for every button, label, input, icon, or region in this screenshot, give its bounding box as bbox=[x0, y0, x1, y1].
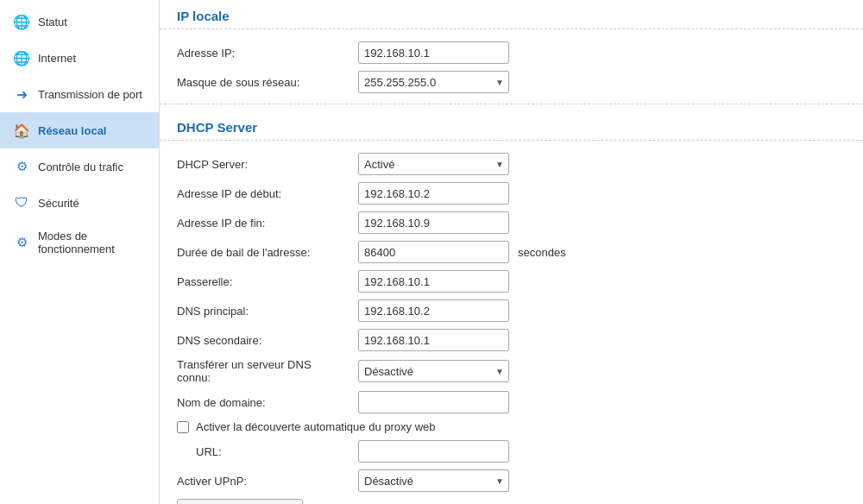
dhcp-server-control: Activé Désactivé ▼ bbox=[358, 153, 509, 175]
sidebar-item-label: Modes defonctionnement bbox=[38, 230, 115, 255]
url-control bbox=[358, 440, 509, 463]
masque-label: Masque de sous réseau: bbox=[177, 76, 358, 89]
bail-row: Durée de bail de l'adresse: secondes bbox=[160, 237, 863, 267]
upnp-select[interactable]: Désactivé Activé bbox=[358, 469, 509, 492]
ip-debut-input[interactable] bbox=[358, 182, 509, 205]
adresse-ip-row: Adresse IP: bbox=[160, 38, 863, 67]
url-row: URL: bbox=[160, 437, 863, 466]
ip-debut-row: Adresse IP de début: bbox=[160, 179, 863, 208]
upnp-control: Désactivé Activé ▼ bbox=[358, 469, 509, 492]
home-icon: 🏠 bbox=[12, 121, 31, 140]
dhcp-server-title: DHCP Server bbox=[160, 111, 863, 141]
nom-domaine-control bbox=[358, 391, 509, 413]
adresse-ip-input[interactable] bbox=[358, 41, 509, 64]
sidebar: 🌐 Statut 🌐 Internet ➜ Transmission de po… bbox=[0, 0, 160, 504]
ip-fin-label: Adresse IP de fin: bbox=[177, 217, 358, 230]
sidebar-item-internet[interactable]: 🌐 Internet bbox=[0, 40, 159, 76]
masque-select[interactable]: 255.255.255.0 255.255.0.0 255.0.0.0 bbox=[358, 71, 509, 93]
modes-icon: ⚙ bbox=[12, 233, 31, 252]
bail-label: Durée de bail de l'adresse: bbox=[177, 246, 358, 259]
nom-domaine-input[interactable] bbox=[358, 391, 509, 413]
passerelle-input[interactable] bbox=[358, 270, 509, 293]
sidebar-item-securite[interactable]: 🛡 Sécurité bbox=[0, 185, 159, 221]
sidebar-item-label: Internet bbox=[38, 52, 76, 65]
bail-input[interactable] bbox=[358, 241, 509, 263]
shield-icon: 🛡 bbox=[12, 193, 31, 212]
proxy-checkbox[interactable] bbox=[177, 421, 189, 433]
dns-principal-row: DNS principal: bbox=[160, 296, 863, 325]
adresse-ip-label: Adresse IP: bbox=[177, 47, 358, 60]
upnp-row: Activer UPnP: Désactivé Activé ▼ bbox=[160, 466, 863, 495]
upnp-clients-button[interactable]: Liste des clients UPnP bbox=[177, 499, 303, 504]
transferer-dns-control: Désactivé Activé ▼ bbox=[358, 360, 509, 382]
sidebar-item-label: Contrôle du trafic bbox=[38, 161, 123, 173]
passerelle-control bbox=[358, 270, 509, 293]
dhcp-server-row: DHCP Server: Activé Désactivé ▼ bbox=[160, 149, 863, 179]
transferer-dns-select-wrapper: Désactivé Activé ▼ bbox=[358, 360, 509, 382]
dhcp-server-select[interactable]: Activé Désactivé bbox=[358, 153, 509, 175]
ip-fin-control bbox=[358, 211, 509, 234]
sidebar-item-label: Transmission de port bbox=[38, 88, 142, 101]
sidebar-item-modes-de-fonctionnement[interactable]: ⚙ Modes defonctionnement bbox=[0, 221, 159, 264]
ip-debut-label: Adresse IP de début: bbox=[177, 187, 358, 200]
sidebar-item-label: Statut bbox=[38, 16, 67, 28]
ip-fin-row: Adresse IP de fin: bbox=[160, 208, 863, 237]
upnp-label: Activer UPnP: bbox=[177, 475, 358, 488]
masque-control: 255.255.255.0 255.255.0.0 255.0.0.0 ▼ bbox=[358, 71, 509, 93]
sidebar-item-transmission-de-port[interactable]: ➜ Transmission de port bbox=[0, 76, 159, 112]
dns-principal-input[interactable] bbox=[358, 299, 509, 322]
upnp-select-wrapper: Désactivé Activé ▼ bbox=[358, 469, 509, 492]
nom-domaine-label: Nom de domaine: bbox=[177, 396, 358, 409]
dns-secondaire-control bbox=[358, 329, 509, 351]
dns-secondaire-label: DNS secondaire: bbox=[177, 334, 358, 347]
masque-select-wrapper: 255.255.255.0 255.255.0.0 255.0.0.0 ▼ bbox=[358, 71, 509, 93]
dns-secondaire-input[interactable] bbox=[358, 329, 509, 351]
sidebar-item-label: Réseau local bbox=[38, 124, 107, 137]
url-input[interactable] bbox=[358, 440, 509, 463]
url-label: URL: bbox=[177, 445, 358, 458]
masque-row: Masque de sous réseau: 255.255.255.0 255… bbox=[160, 67, 863, 97]
dns-principal-control bbox=[358, 299, 509, 322]
dns-secondaire-row: DNS secondaire: bbox=[160, 325, 863, 355]
transferer-dns-label: Transférer un serveur DNSconnu: bbox=[177, 358, 358, 384]
sidebar-item-controle-du-trafic[interactable]: ⚙ Contrôle du trafic bbox=[0, 148, 159, 185]
globe-icon-2: 🌐 bbox=[12, 48, 31, 67]
passerelle-label: Passerelle: bbox=[177, 275, 358, 288]
traffic-icon: ⚙ bbox=[12, 157, 31, 176]
proxy-checkbox-label: Activer la découverte automatique du pro… bbox=[196, 420, 436, 433]
upnp-button-row: Liste des clients UPnP bbox=[160, 495, 863, 504]
sidebar-item-reseau-local[interactable]: 🏠 Réseau local bbox=[0, 112, 159, 148]
ip-locale-title: IP locale bbox=[160, 0, 863, 29]
dhcp-server-label: DHCP Server: bbox=[177, 158, 358, 171]
arrow-icon: ➜ bbox=[12, 85, 31, 104]
bail-control: secondes bbox=[358, 241, 566, 263]
proxy-checkbox-row: Activer la découverte automatique du pro… bbox=[160, 417, 863, 437]
transferer-dns-row: Transférer un serveur DNSconnu: Désactiv… bbox=[160, 355, 863, 387]
main-content: IP locale Adresse IP: Masque de sous rés… bbox=[160, 0, 863, 504]
dhcp-server-select-wrapper: Activé Désactivé ▼ bbox=[358, 153, 509, 175]
nom-domaine-row: Nom de domaine: bbox=[160, 387, 863, 417]
passerelle-row: Passerelle: bbox=[160, 267, 863, 296]
ip-fin-input[interactable] bbox=[358, 211, 509, 234]
sidebar-item-label: Sécurité bbox=[38, 197, 79, 210]
dhcp-server-section: DHCP Server DHCP Server: Activé Désactiv… bbox=[160, 111, 863, 504]
sidebar-item-statut[interactable]: 🌐 Statut bbox=[0, 3, 159, 40]
dns-principal-label: DNS principal: bbox=[177, 305, 358, 318]
globe-icon: 🌐 bbox=[12, 12, 31, 31]
ip-locale-section: IP locale Adresse IP: Masque de sous rés… bbox=[160, 0, 863, 97]
ip-debut-control bbox=[358, 182, 509, 205]
transferer-dns-select[interactable]: Désactivé Activé bbox=[358, 360, 509, 382]
adresse-ip-control bbox=[358, 41, 509, 64]
bail-unit: secondes bbox=[518, 246, 566, 259]
